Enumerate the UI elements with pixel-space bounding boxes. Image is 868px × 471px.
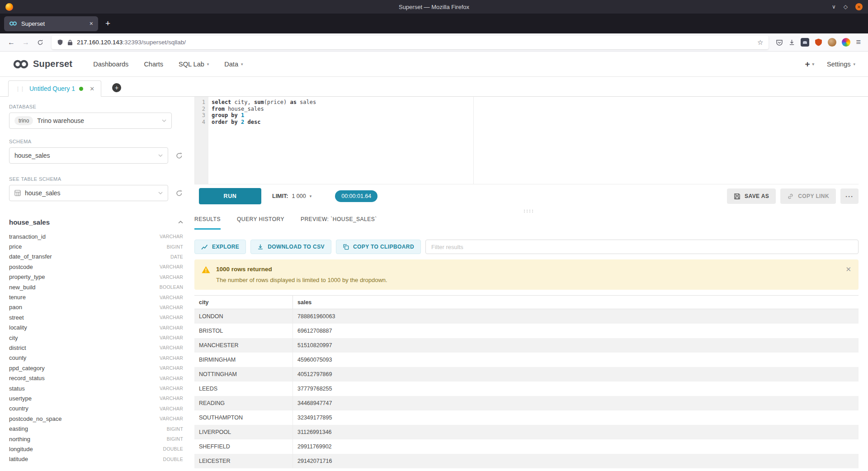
refresh-tables-icon[interactable] — [175, 189, 183, 197]
cell-sales: 29142071716 — [293, 454, 859, 468]
column-name: county — [9, 354, 160, 361]
save-as-button[interactable]: SAVE AS — [727, 188, 776, 204]
chevron-up-icon[interactable] — [178, 221, 183, 224]
pocket-icon[interactable] — [776, 39, 783, 46]
back-button[interactable]: ← — [5, 36, 18, 49]
column-header-city[interactable]: city — [194, 296, 293, 309]
results-table-header: citysales — [194, 296, 859, 309]
nav-item-dashboards[interactable]: Dashboards — [93, 61, 128, 68]
column-name: postcode — [9, 264, 160, 270]
minimize-icon[interactable]: ∨ — [832, 4, 836, 9]
limit-dropdown[interactable]: LIMIT: 1 000 ▾ — [272, 193, 311, 199]
query-tab-untitled-query-1[interactable]: ⋮⋮ Untitled Query 1 ✕ — [8, 80, 101, 97]
column-name: tenure — [9, 294, 160, 301]
cell-city: LONDON — [194, 309, 293, 324]
settings-menu[interactable]: Settings▾ — [827, 61, 855, 68]
column-name: country — [9, 405, 160, 412]
query-tab-close-icon[interactable]: ✕ — [90, 85, 94, 92]
drag-grip-icon[interactable]: ⋮⋮ — [15, 85, 25, 92]
column-type: VARCHAR — [160, 416, 183, 421]
column-type: VARCHAR — [160, 386, 183, 391]
column-type: VARCHAR — [160, 355, 183, 361]
cell-sales: 31126991346 — [293, 425, 859, 439]
column-item-county: countyVARCHAR — [9, 353, 183, 363]
cell-city: LEICESTER — [194, 454, 293, 468]
column-type: VARCHAR — [160, 295, 183, 300]
copy-link-button[interactable]: COPY LINK — [780, 188, 836, 204]
alert-close-icon[interactable]: ✕ — [845, 266, 851, 273]
extension-pinwheel-icon[interactable] — [842, 38, 850, 47]
extension-mask-icon[interactable] — [801, 38, 809, 47]
new-query-tab-button[interactable]: + — [112, 83, 121, 92]
drag-handle-icon[interactable] — [524, 210, 525, 211]
table-row: LEICESTER29142071716 — [194, 454, 859, 468]
new-tab-button[interactable]: + — [101, 19, 115, 28]
limit-value: 1 000 — [292, 193, 306, 199]
superset-favicon-icon — [9, 21, 17, 26]
browser-action-icons: ≡ — [773, 38, 863, 47]
table-row: LONDON788861960063 — [194, 309, 859, 324]
column-type: VARCHAR — [160, 406, 183, 411]
browser-tab-superset[interactable]: Superset × — [4, 16, 98, 31]
filter-results-input[interactable] — [425, 240, 859, 254]
chevron-down-icon: ▾ — [207, 62, 209, 66]
pane-resize-divider[interactable] — [194, 204, 859, 216]
table-value: house_sales — [25, 189, 154, 197]
table-row: LEEDS37779768255 — [194, 382, 859, 396]
bookmark-star-icon[interactable]: ☆ — [757, 38, 763, 47]
results-tab-query-history[interactable]: QUERY HISTORY — [237, 216, 284, 230]
column-name: usertype — [9, 395, 160, 402]
sqllab-content: DATABASE trino Trino warehouse SCHEMA ho… — [0, 97, 868, 471]
table-select[interactable]: house_sales — [9, 185, 168, 201]
extension-shield-icon[interactable] — [815, 38, 822, 46]
cell-sales: 69612708887 — [293, 324, 859, 338]
results-tab-results[interactable]: RESULTS — [194, 216, 221, 230]
reload-button[interactable] — [33, 36, 47, 49]
nav-item-data[interactable]: Data▾ — [224, 61, 243, 68]
schema-select[interactable]: house_sales — [9, 147, 168, 164]
table-schema-header[interactable]: house_sales — [9, 218, 183, 226]
copy-to-clipboard-button[interactable]: COPY TO CLIPBOARD — [336, 240, 421, 254]
hamburger-menu-icon[interactable]: ≡ — [856, 38, 861, 47]
add-new-button[interactable]: +▾ — [805, 59, 814, 69]
column-type: DOUBLE — [163, 457, 183, 462]
run-button[interactable]: RUN — [199, 188, 261, 204]
results-tab-preview-house-sales[interactable]: PREVIEW: `HOUSE_SALES` — [301, 216, 377, 230]
editor-code[interactable]: select city, sum(price) as salesfrom hou… — [208, 97, 859, 184]
forward-button[interactable]: → — [19, 36, 33, 49]
cell-sales: 788861960063 — [293, 309, 859, 324]
rows-returned-alert: 1000 rows returned The number of rows di… — [194, 259, 859, 290]
running-state-dot — [79, 87, 83, 91]
column-item-usertype: usertypeVARCHAR — [9, 393, 183, 403]
column-name: postcode_no_space — [9, 415, 160, 422]
table-schema-label: SEE TABLE SCHEMA — [9, 176, 183, 182]
column-item-status: statusVARCHAR — [9, 383, 183, 393]
chevron-down-icon: ▾ — [241, 62, 243, 66]
table-row: READING34468947747 — [194, 396, 859, 410]
column-name: locality — [9, 324, 160, 331]
column-item-property_type: property_typeVARCHAR — [9, 272, 183, 282]
more-actions-button[interactable]: ··· — [840, 188, 859, 204]
tab-close-icon[interactable]: × — [90, 20, 93, 27]
shield-icon[interactable] — [57, 39, 63, 46]
url-bar[interactable]: 217.160.120.143:32393/superset/sqllab/ ☆ — [52, 36, 769, 49]
extension-monkey-icon[interactable] — [828, 38, 836, 47]
database-select[interactable]: trino Trino warehouse — [9, 113, 172, 129]
downloads-icon[interactable] — [788, 39, 795, 46]
refresh-schemas-icon[interactable] — [175, 152, 183, 160]
nav-item-sql-lab[interactable]: SQL Lab▾ — [179, 61, 209, 68]
browser-window: Superset — Mozilla Firefox ∨ ◇ ✕ Superse… — [0, 0, 868, 471]
cell-sales: 40512797869 — [293, 367, 859, 382]
cell-city: NOTTINGHAM — [194, 367, 293, 382]
download-csv-button[interactable]: DOWNLOAD TO CSV — [250, 240, 331, 254]
lock-icon[interactable] — [67, 39, 73, 46]
cell-sales: 51510820997 — [293, 338, 859, 353]
sql-editor[interactable]: 1234 select city, sum(price) as salesfro… — [194, 97, 859, 184]
explore-button[interactable]: EXPLORE — [194, 240, 246, 254]
maximize-icon[interactable]: ◇ — [844, 4, 848, 9]
close-window-icon[interactable]: ✕ — [855, 3, 863, 10]
chevron-down-icon: ▾ — [853, 62, 855, 66]
superset-logo[interactable]: Superset — [13, 59, 72, 69]
nav-item-charts[interactable]: Charts — [144, 61, 163, 68]
column-header-sales[interactable]: sales — [293, 296, 859, 309]
